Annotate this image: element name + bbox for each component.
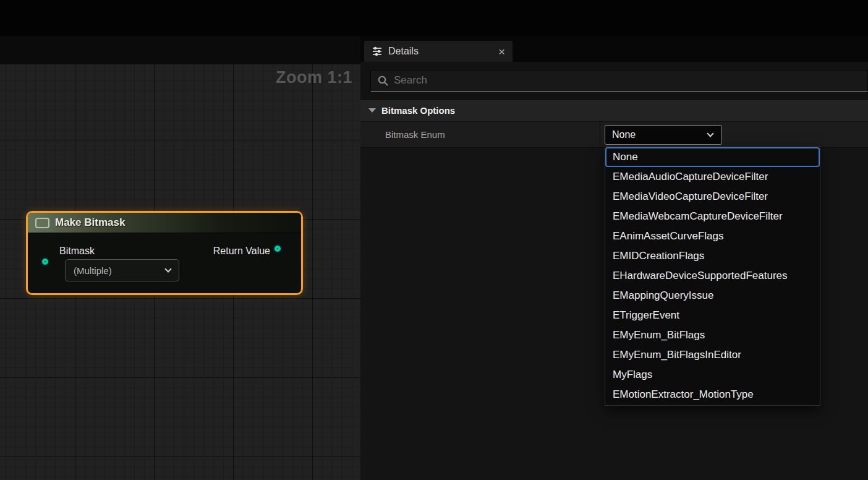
unreal-editor-window: Zoom 1:1 Make Bitmask Bitmask (Multiple)… xyxy=(0,0,868,480)
details-tab[interactable]: Details × xyxy=(364,41,513,62)
tab-well: Details × xyxy=(360,36,868,62)
dropdown-item[interactable]: EMyEnum_BitFlags xyxy=(605,325,820,345)
search-icon xyxy=(377,75,389,87)
chevron-down-icon xyxy=(164,265,171,272)
node-header[interactable]: Make Bitmask xyxy=(28,213,301,233)
search-row xyxy=(360,62,868,99)
zoom-level-label: Zoom 1:1 xyxy=(276,68,352,87)
dropdown-item[interactable]: EMediaVideoCaptureDeviceFilter xyxy=(605,187,820,207)
dropdown-item[interactable]: EMotionExtractor_MotionType xyxy=(605,385,820,405)
details-icon xyxy=(372,46,383,57)
dropdown-item[interactable]: EMIDCreationFlags xyxy=(605,246,820,266)
dropdown-item[interactable]: EMyEnum_BitFlagsInEditor xyxy=(605,345,820,365)
dropdown-item[interactable]: EAnimAssetCurveFlags xyxy=(605,226,820,246)
property-row-bitmask-enum: Bitmask Enum None xyxy=(360,122,868,148)
property-label: Bitmask Enum xyxy=(385,129,445,140)
dropdown-item[interactable]: EHardwareDeviceSupportedFeatures xyxy=(605,266,820,286)
blueprint-graph-panel: Zoom 1:1 Make Bitmask Bitmask (Multiple)… xyxy=(0,36,360,480)
category-bitmask-options[interactable]: Bitmask Options xyxy=(360,99,868,122)
graph-toolbar xyxy=(0,36,360,64)
bitmask-value-dropdown[interactable]: (Multiple) xyxy=(65,259,179,281)
return-value-pin-icon[interactable] xyxy=(274,246,281,252)
category-title: Bitmask Options xyxy=(381,105,455,116)
triangle-down-icon xyxy=(368,108,376,113)
dropdown-item[interactable]: EMediaAudioCaptureDeviceFilter xyxy=(605,167,820,187)
top-bar xyxy=(0,0,868,36)
combobox-value: None xyxy=(612,129,636,140)
return-value-label: Return Value xyxy=(213,246,270,257)
graph-canvas[interactable]: Zoom 1:1 Make Bitmask Bitmask (Multiple)… xyxy=(0,64,360,480)
dropdown-item[interactable]: EMediaWebcamCaptureDeviceFilter xyxy=(605,207,820,226)
make-bitmask-node[interactable]: Make Bitmask Bitmask (Multiple) Return V… xyxy=(26,211,303,295)
search-input[interactable] xyxy=(394,71,867,91)
make-struct-icon xyxy=(35,218,49,228)
details-panel: Details × Bitmask Options Bitmask Enum N… xyxy=(360,36,868,480)
bitmask-value-text: (Multiple) xyxy=(74,265,112,276)
chevron-down-icon xyxy=(707,130,713,137)
bitmask-pin-label: Bitmask xyxy=(59,246,95,257)
close-icon[interactable]: × xyxy=(498,46,505,58)
dropdown-item[interactable]: EMappingQueryIssue xyxy=(605,286,820,306)
node-body: Bitmask (Multiple) Return Value xyxy=(28,233,301,293)
details-tab-label: Details xyxy=(388,46,493,57)
dropdown-item[interactable]: MyFlags xyxy=(605,365,820,385)
dropdown-item[interactable]: ETriggerEvent xyxy=(605,306,820,325)
node-title: Make Bitmask xyxy=(55,216,125,229)
dropdown-item[interactable]: None xyxy=(605,147,820,167)
column-splitter[interactable] xyxy=(600,122,600,147)
bitmask-input-pin-icon[interactable] xyxy=(42,259,48,265)
search-box[interactable] xyxy=(370,70,868,92)
bitmask-enum-combobox[interactable]: None xyxy=(605,125,722,145)
enum-dropdown-menu: None EMediaAudioCaptureDeviceFilter EMed… xyxy=(605,146,820,406)
